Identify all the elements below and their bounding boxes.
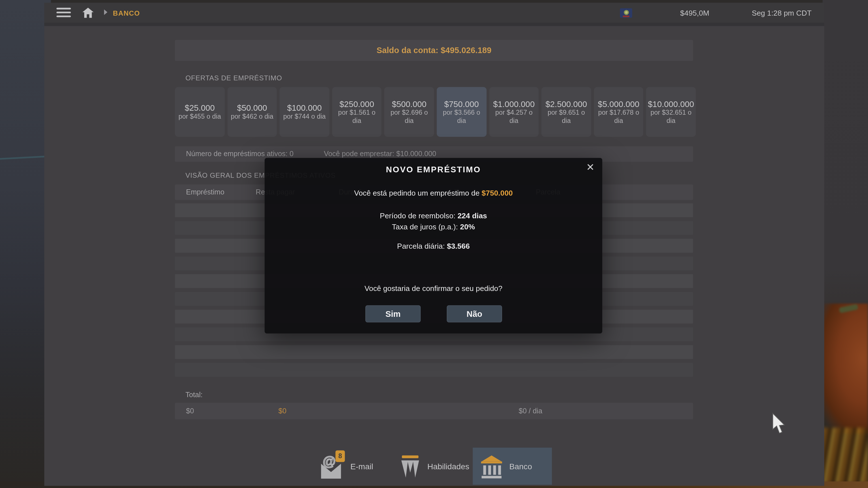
total-cell: $0 / dia: [519, 403, 542, 420]
breadcrumb[interactable]: BANCO: [113, 9, 140, 17]
confirm-no-button[interactable]: Não: [447, 305, 502, 322]
offer-per-day: por $3.566 o dia: [438, 109, 485, 125]
loan-offers-row: $25.000por $455 o dia$50.000por $462 o d…: [175, 87, 696, 137]
loan-offer-card[interactable]: $750.000por $3.566 o dia: [437, 87, 487, 137]
skills-icon: [400, 454, 421, 478]
player-balance: $495,0M: [653, 9, 736, 17]
background-left: [0, 0, 51, 488]
loan-request-amount: $750.000: [482, 189, 513, 197]
modal-title: NOVO EMPRÉSTIMO: [265, 165, 602, 174]
total-cell: $0: [186, 403, 194, 420]
offer-per-day: por $17.678 o dia: [595, 109, 642, 125]
loan-offer-card[interactable]: $250.000por $1.561 o dia: [332, 87, 381, 137]
tab-bank[interactable]: Banco: [473, 448, 552, 485]
svg-text:@: @: [323, 454, 336, 468]
loan-offers-section-title: OFERTAS DE EMPRÉSTIMO: [186, 75, 282, 82]
loans-table-column-header: Empréstimo: [186, 184, 224, 200]
loans-table-row: [175, 345, 693, 359]
loan-offer-card[interactable]: $2.500.000por $9.651 o dia: [541, 87, 591, 137]
loan-offer-card[interactable]: $500.000por $2.696 o dia: [384, 87, 434, 137]
loan-request-line: Você está pedindo um empréstimo de $750.…: [265, 189, 602, 197]
offer-amount: $50.000: [237, 103, 267, 113]
flag-icon[interactable]: [620, 8, 632, 18]
close-icon[interactable]: ✕: [586, 161, 594, 173]
top-bar: BANCO $495,0M Seg 1:28 pm CDT: [44, 3, 824, 23]
loan-offer-card[interactable]: $1.000.000por $4.257 o dia: [489, 87, 539, 137]
loan-offer-card[interactable]: $50.000por $462 o dia: [227, 87, 277, 137]
home-icon[interactable]: [82, 6, 94, 19]
offer-amount: $1.000.000: [493, 99, 535, 109]
tab-skills-label: Habilidades: [428, 462, 469, 471]
offer-per-day: por $2.696 o dia: [385, 109, 433, 125]
offer-amount: $25.000: [185, 103, 215, 113]
pointer-cursor: [771, 413, 785, 435]
datetime: Seg 1:28 pm CDT: [752, 9, 811, 17]
tab-bank-label: Banco: [509, 462, 532, 471]
daily-installment-line: Parcela diária: $3.566: [265, 242, 602, 250]
offer-per-day: por $4.257 o dia: [490, 109, 537, 125]
offer-amount: $5.000.000: [598, 99, 640, 109]
hamburger-menu-icon[interactable]: [57, 8, 71, 18]
loan-offer-card[interactable]: $25.000por $455 o dia: [175, 87, 225, 137]
breadcrumb-chevron-icon: [104, 9, 107, 15]
interest-rate-line: Taxa de juros (p.a.): 20%: [265, 223, 602, 231]
confirm-question: Você gostaria de confirmar o seu pedido?: [265, 284, 602, 292]
tab-email-label: E-mail: [350, 462, 373, 471]
offer-per-day: por $744 o dia: [283, 113, 326, 121]
offer-amount: $100.000: [287, 103, 322, 113]
top-bar-divider: [44, 23, 824, 26]
offer-per-day: por $32.651 o dia: [647, 109, 695, 125]
offer-amount: $750.000: [444, 99, 479, 109]
account-balance-header: Saldo da conta: $495.026.189: [175, 40, 693, 61]
screen: BANCO $495,0M Seg 1:28 pm CDT Saldo da c…: [0, 0, 868, 488]
confirm-yes-button[interactable]: Sim: [365, 305, 421, 322]
new-loan-modal: NOVO EMPRÉSTIMO ✕ Você está pedindo um e…: [265, 158, 602, 334]
tab-skills[interactable]: Habilidades: [392, 448, 480, 485]
offer-amount: $500.000: [392, 99, 426, 109]
loan-offer-card[interactable]: $5.000.000por $17.678 o dia: [594, 87, 643, 137]
total-label: Total:: [186, 391, 203, 399]
offer-per-day: por $462 o dia: [231, 113, 274, 121]
loan-offer-card[interactable]: $100.000por $744 o dia: [280, 87, 329, 137]
loans-table-row: [175, 363, 693, 377]
loan-offer-card[interactable]: $10.000.000por $32.651 o dia: [646, 87, 696, 137]
tab-email[interactable]: @ 8 E-mail: [313, 448, 388, 485]
offer-per-day: por $455 o dia: [179, 113, 221, 121]
offer-per-day: por $9.651 o dia: [542, 109, 590, 125]
background-light-streaks: [820, 428, 868, 483]
total-cell: $0: [279, 403, 286, 420]
email-unread-badge: 8: [336, 450, 345, 462]
offer-amount: $10.000.000: [648, 99, 694, 109]
repayment-period-line: Período de reembolso: 224 dias: [265, 211, 602, 220]
background-pumpkin: [818, 304, 868, 434]
offer-amount: $250.000: [340, 99, 374, 109]
offer-per-day: por $1.561 o dia: [333, 109, 380, 125]
bank-icon: [480, 454, 503, 478]
loans-total-row: $0$0$0 / dia: [175, 403, 693, 420]
offer-amount: $2.500.000: [546, 99, 587, 109]
